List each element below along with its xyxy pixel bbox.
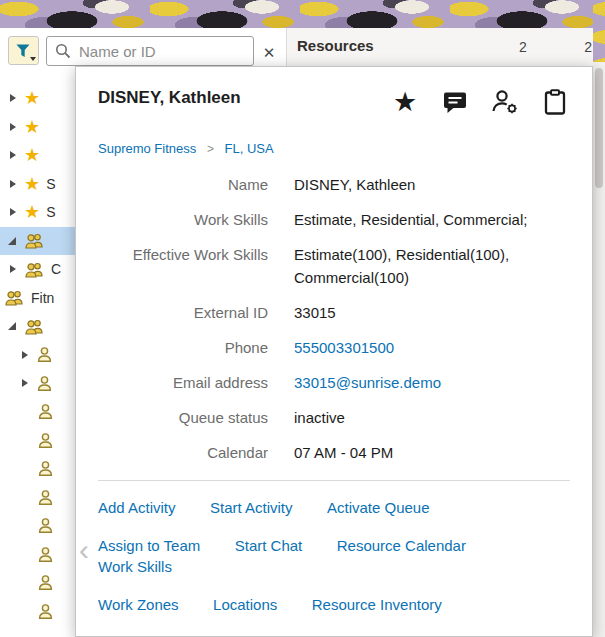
- resource-details-popup: DISNEY, Kathleen ★: [75, 66, 593, 637]
- breadcrumb-link-parent[interactable]: Supremo Fitness: [98, 141, 196, 156]
- action-locations[interactable]: Locations: [213, 594, 277, 615]
- group-icon: [4, 289, 25, 306]
- action-show-scheduled[interactable]: Show Scheduled..: [286, 632, 407, 637]
- field-row: Email address 33015@sunrise.demo: [76, 371, 592, 394]
- expand-arrow-icon[interactable]: [8, 322, 16, 330]
- email-link[interactable]: 33015@sunrise.demo: [294, 371, 592, 394]
- phone-link[interactable]: 555003301500: [294, 336, 592, 359]
- clear-search-button[interactable]: ✕: [258, 41, 280, 63]
- star-icon: ★: [24, 89, 40, 107]
- collapse-arrow-icon[interactable]: [10, 94, 16, 102]
- collapse-arrow-icon[interactable]: [10, 265, 16, 273]
- actions-row: Show Non-Scheduled.. Show Scheduled..: [98, 632, 570, 637]
- field-row: Effective Work Skills Estimate(100), Res…: [76, 243, 592, 289]
- filter-button[interactable]: [8, 36, 39, 65]
- field-value: 07 AM - 04 PM: [294, 441, 592, 464]
- chat-icon: [442, 90, 468, 114]
- field-value: 33015: [294, 301, 592, 324]
- resource-fields: Name DISNEY, Kathleen Work Skills Estima…: [76, 173, 592, 464]
- field-value: Estimate(100), Residential(100), Commerc…: [294, 243, 592, 289]
- field-label: Effective Work Skills: [76, 243, 294, 289]
- field-label: Queue status: [76, 406, 294, 429]
- action-show-non-scheduled[interactable]: Show Non-Scheduled..: [98, 632, 251, 637]
- field-label: Phone: [76, 336, 294, 359]
- schedule-column-header: 2: [584, 39, 592, 55]
- field-row: Queue status inactive: [76, 406, 592, 429]
- field-label: Name: [76, 173, 294, 196]
- search-box[interactable]: [46, 36, 254, 66]
- person-icon: [37, 489, 54, 506]
- person-icon: [37, 460, 54, 477]
- action-resource-inventory[interactable]: Resource Inventory: [312, 594, 442, 615]
- action-start-activity[interactable]: Start Activity: [210, 497, 293, 518]
- popup-action-icons: ★: [388, 87, 572, 117]
- breadcrumb-link-region[interactable]: FL, USA: [225, 141, 274, 156]
- search-icon: [55, 43, 71, 59]
- resource-settings-button[interactable]: [488, 87, 522, 117]
- collapse-arrow-icon[interactable]: [10, 151, 16, 159]
- expand-arrow-icon[interactable]: [8, 237, 16, 245]
- collapse-arrow-icon[interactable]: [22, 351, 28, 359]
- action-resource-calendar[interactable]: Resource Calendar: [337, 535, 466, 556]
- collapse-arrow-icon[interactable]: [10, 208, 16, 216]
- collapse-arrow-icon[interactable]: [10, 123, 16, 131]
- star-icon: ★: [393, 89, 417, 116]
- star-icon: ★: [24, 175, 40, 193]
- field-label: External ID: [76, 301, 294, 324]
- field-label: Email address: [76, 371, 294, 394]
- field-row: Phone 555003301500: [76, 336, 592, 359]
- action-work-skills[interactable]: Work Skills: [98, 556, 172, 577]
- field-label: Calendar: [76, 441, 294, 464]
- resources-title: Resources: [297, 37, 374, 54]
- field-value: inactive: [294, 406, 592, 429]
- field-value: DISNEY, Kathleen: [294, 173, 592, 196]
- clipboard-icon: [543, 89, 567, 116]
- breadcrumb: Supremo Fitness > FL, USA: [76, 117, 592, 156]
- clipboard-button[interactable]: [538, 87, 572, 117]
- person-icon: [37, 603, 54, 620]
- vertical-scrollbar[interactable]: [593, 62, 605, 637]
- popup-header: DISNEY, Kathleen ★: [76, 67, 592, 117]
- user-gear-icon: [491, 89, 519, 115]
- map-pattern-right-strip: [593, 0, 605, 62]
- group-icon: [24, 232, 45, 249]
- resource-name-title: DISNEY, Kathleen: [98, 87, 388, 109]
- field-row: External ID 33015: [76, 301, 592, 324]
- tree-row-label: C: [51, 261, 61, 277]
- collapse-arrow-icon[interactable]: [22, 379, 28, 387]
- app-screen: ★ ★ ★ ★ S ★ S: [0, 0, 605, 637]
- tree-row-label: S: [46, 176, 55, 192]
- action-start-chat[interactable]: Start Chat: [235, 535, 303, 556]
- person-icon: [37, 432, 54, 449]
- action-assign-to-team[interactable]: Assign to Team: [98, 535, 200, 556]
- star-icon: ★: [24, 118, 40, 136]
- person-icon: [36, 346, 53, 363]
- action-add-activity[interactable]: Add Activity: [98, 497, 176, 518]
- person-icon: [37, 403, 54, 420]
- field-value: Estimate, Residential, Commercial;: [294, 208, 592, 231]
- chevron-left-icon[interactable]: ‹: [79, 535, 89, 565]
- action-work-zones[interactable]: Work Zones: [98, 594, 179, 615]
- field-row: Work Skills Estimate, Residential, Comme…: [76, 208, 592, 231]
- actions-row: Work Zones Locations Resource Inventory: [98, 594, 570, 615]
- scrollbar-thumb[interactable]: [595, 68, 603, 188]
- actions-row: Assign to Team Start Chat Resource Calen…: [98, 535, 570, 577]
- tree-row-label: S: [46, 204, 55, 220]
- schedule-column-header: 2: [519, 39, 527, 55]
- person-icon: [36, 375, 53, 392]
- message-button[interactable]: [438, 87, 472, 117]
- collapse-arrow-icon[interactable]: [10, 180, 16, 188]
- person-icon: [37, 574, 54, 591]
- breadcrumb-separator-icon: >: [207, 142, 214, 156]
- field-label: Work Skills: [76, 208, 294, 231]
- tree-row-label: Fitn: [31, 290, 54, 306]
- action-activate-queue[interactable]: Activate Queue: [327, 497, 430, 518]
- dropdown-caret-icon: [30, 57, 36, 61]
- popup-actions: Add Activity Start Activity Activate Que…: [76, 481, 592, 637]
- group-icon: [24, 318, 45, 335]
- star-icon: ★: [24, 203, 40, 221]
- favorite-button[interactable]: ★: [388, 87, 422, 117]
- field-row: Calendar 07 AM - 04 PM: [76, 441, 592, 464]
- search-input[interactable]: [77, 42, 245, 61]
- map-pattern-band: [0, 0, 605, 28]
